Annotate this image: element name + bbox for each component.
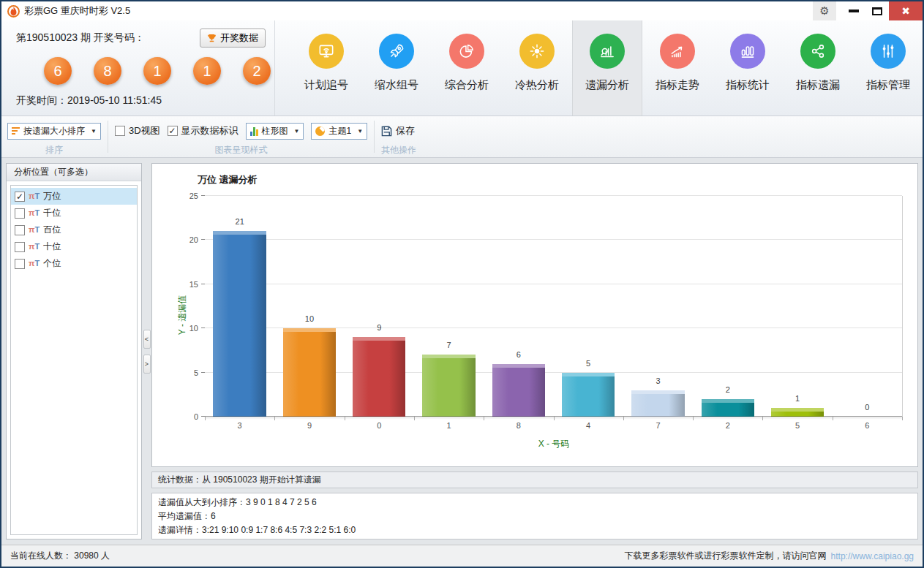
x-tick-label: 7 — [623, 421, 693, 430]
chart-type-dropdown[interactable]: 柱形图 ▼ — [246, 123, 304, 140]
sort-order-dropdown[interactable]: 按遗漏大小排序 ▼ — [7, 123, 101, 140]
nav-label: 指标管理 — [866, 78, 910, 92]
position-icon: πT — [29, 192, 40, 200]
plot-area: 05101520252131099071685437221506 — [205, 196, 903, 417]
bar[interactable] — [353, 337, 405, 417]
toolbar-separator — [108, 121, 108, 153]
nav-item-plan-chase[interactable]: 计划追号 — [291, 20, 361, 116]
bar[interactable] — [562, 373, 615, 417]
status-bar: 当前在线人数： 30980 人 下载更多彩票软件或进行彩票软件定制，请访问官网 … — [1, 545, 923, 567]
bar[interactable] — [702, 399, 754, 417]
position-item-shi[interactable]: πT 十位 — [11, 238, 137, 255]
close-button[interactable]: ✖ — [889, 1, 923, 20]
position-icon: πT — [29, 226, 40, 234]
nav-item-comprehensive-analysis[interactable]: 综合分析 — [432, 20, 502, 116]
toolbar-separator — [374, 121, 375, 153]
draw-ball: 1 — [143, 57, 171, 85]
position-item-ge[interactable]: πT 个位 — [11, 255, 137, 272]
bar[interactable] — [771, 408, 824, 417]
collapse-left-icon[interactable]: ˂ — [143, 330, 151, 349]
y-tick-label: 5 — [194, 368, 198, 377]
draw-time: 开奖时间：2019-05-10 11:51:45 — [16, 94, 274, 107]
draw-ball: 8 — [94, 57, 121, 85]
draw-numbers: 6 8 1 1 2 — [44, 57, 274, 85]
theme-dropdown[interactable]: 主题1 ▼ — [311, 123, 367, 140]
app-window: 彩票GG 重庆时时彩 V2.5 ⚙ ✖ 第190510023 期 开奖号码： 开… — [0, 0, 924, 568]
chevron-down-icon: ▼ — [357, 128, 363, 135]
position-icon: πT — [29, 209, 40, 217]
position-item-wan[interactable]: πT 万位 — [11, 188, 137, 205]
expand-right-icon[interactable]: ˃ — [143, 355, 151, 374]
draw-info-panel: 第190510023 期 开奖号码： 开奖数据 6 8 1 1 2 开奖时间：2… — [1, 20, 275, 116]
nav-label: 指标遗漏 — [796, 78, 840, 92]
nav-item-indicator-stats[interactable]: 指标统计 — [713, 20, 783, 116]
stats-line-sorted: 遗漏值从大到小排序：3 9 0 1 8 4 7 2 5 6 — [158, 496, 912, 510]
trend-arrow-icon — [660, 34, 695, 69]
view-3d-checkbox[interactable]: 3D视图 — [115, 124, 160, 137]
bar-value-label: 0 — [833, 403, 902, 412]
bar[interactable] — [631, 390, 684, 417]
promo-text: 下载更多彩票软件或进行彩票软件定制，请访问官网 — [625, 550, 827, 562]
minimize-button[interactable] — [842, 1, 865, 20]
hot-cold-icon — [519, 34, 555, 69]
monitor-wifi-icon — [309, 34, 344, 69]
y-tick-label: 20 — [189, 235, 198, 244]
bar[interactable] — [213, 231, 266, 417]
group-label-sort: 排序 — [7, 144, 101, 156]
online-count: 当前在线人数： 30980 人 — [10, 550, 110, 562]
bar-value-label: 6 — [484, 350, 553, 359]
y-tick-label: 25 — [189, 192, 198, 200]
draw-data-button[interactable]: 开奖数据 — [200, 29, 266, 48]
bar-value-label: 5 — [554, 359, 623, 368]
x-tick-label: 2 — [693, 421, 762, 430]
bar-slot: 15 — [762, 196, 832, 417]
x-tick-label: 3 — [205, 421, 274, 430]
bar[interactable] — [492, 364, 545, 417]
nav-item-hot-cold-analysis[interactable]: 冷热分析 — [502, 20, 572, 116]
nav-item-indicator-manage[interactable]: 指标管理 — [853, 20, 923, 116]
window-title: 彩票GG 重庆时时彩 V2.5 — [24, 4, 130, 18]
checkbox-icon — [15, 208, 25, 219]
save-button[interactable]: 保存 — [381, 124, 415, 137]
x-tick — [623, 417, 624, 420]
chevron-down-icon: ▼ — [91, 128, 97, 135]
official-site-link[interactable]: http://www.caipiao.gg — [831, 551, 914, 561]
bar-slot: 06 — [833, 196, 902, 417]
position-icon: πT — [29, 243, 40, 251]
bar-slot: 68 — [484, 196, 553, 417]
maximize-button[interactable] — [865, 1, 889, 20]
stats-line-average: 平均遗漏值：6 — [158, 510, 912, 523]
y-tick-label: 10 — [189, 324, 198, 333]
show-data-labels-checkbox[interactable]: 显示数据标识 — [168, 124, 238, 137]
draw-ball: 2 — [243, 57, 271, 85]
bar-chart-icon — [250, 126, 258, 136]
x-tick — [693, 417, 694, 420]
chart-title: 万位 遗漏分析 — [198, 173, 258, 186]
x-axis-label: X - 号码 — [205, 438, 903, 450]
maximize-icon — [872, 7, 882, 15]
bar-stats-icon — [730, 34, 765, 69]
draw-ball: 1 — [193, 57, 221, 85]
pie-chart-icon — [449, 34, 484, 69]
position-item-bai[interactable]: πT 百位 — [11, 221, 137, 238]
nav-item-indicator-omission[interactable]: 指标遗漏 — [783, 20, 853, 116]
bar-value-label: 10 — [274, 314, 344, 323]
bar-value-label: 21 — [205, 217, 274, 226]
draw-number-label: 第190510023 期 开奖号码： — [16, 31, 145, 45]
checkbox-icon — [15, 192, 25, 202]
nav-item-shrink-group[interactable]: 缩水组号 — [361, 20, 432, 116]
sidebar-splitter[interactable]: ˂ ˃ — [142, 163, 151, 539]
nav-item-indicator-trend[interactable]: 指标走势 — [642, 20, 713, 116]
settings-gear-icon[interactable]: ⚙ — [813, 1, 836, 20]
bar[interactable] — [422, 355, 475, 417]
magnifier-bars-icon — [590, 34, 625, 69]
omission-bar-chart: 万位 遗漏分析 Y - 遗漏值 051015202521310990716854… — [151, 163, 918, 467]
share-icon — [800, 34, 835, 69]
bar[interactable] — [283, 328, 336, 417]
nav-item-omission-analysis[interactable]: 遗漏分析 — [572, 20, 642, 116]
bar-value-label: 2 — [693, 385, 762, 394]
app-logo-flame-icon — [7, 5, 20, 18]
position-item-qian[interactable]: πT 千位 — [11, 205, 137, 221]
theme-palette-icon — [315, 126, 325, 136]
chevron-down-icon: ▼ — [294, 128, 300, 135]
